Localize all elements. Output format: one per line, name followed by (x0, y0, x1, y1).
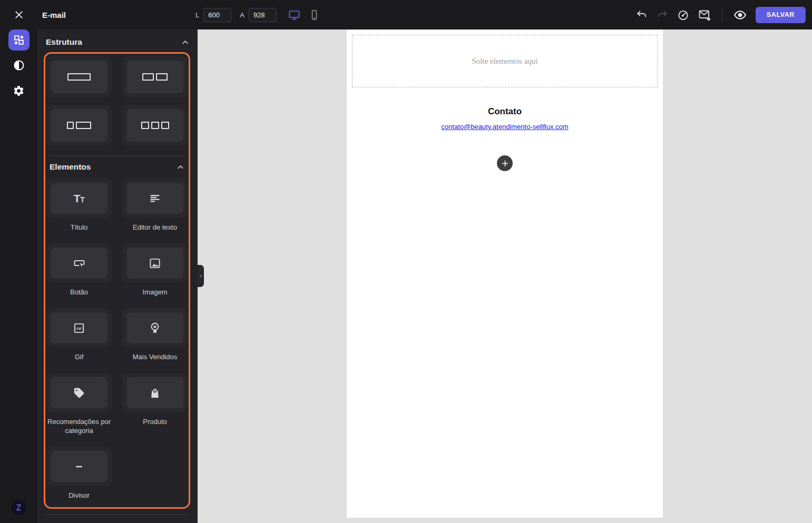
button-icon (72, 256, 86, 270)
email-send-icon (698, 8, 711, 21)
app-logo[interactable] (11, 500, 26, 515)
performance-button[interactable] (677, 9, 689, 21)
two-columns-asymmetric-icon (67, 122, 91, 129)
height-input[interactable] (249, 8, 277, 22)
mobile-view-button[interactable] (309, 9, 320, 21)
undo-button[interactable] (636, 9, 648, 21)
section-divider (50, 155, 184, 156)
gauge-icon (677, 9, 689, 21)
chevron-up-icon[interactable] (181, 38, 189, 46)
height-label: A (240, 11, 244, 19)
collapse-panel-handle[interactable]: ‹ (198, 265, 204, 287)
element-mais-vendidos[interactable]: Mais Vendidos (122, 308, 188, 361)
divider (722, 7, 722, 22)
element-recomendacoes-por-categoria[interactable]: Recomendações por categoria (46, 373, 112, 435)
element-produto[interactable]: Produto (122, 373, 188, 435)
elements-panel: Estrutura Elementos (37, 29, 198, 523)
structure-section-title: Estrutura (46, 37, 82, 47)
contact-email-link[interactable]: contato@beauty.atendimento-sellflux.com (441, 123, 568, 131)
image-icon (148, 256, 162, 270)
element-dropzone[interactable]: Solte elementos aqui (352, 35, 658, 87)
width-input[interactable] (203, 8, 231, 22)
contrast-icon (13, 59, 25, 72)
tag-icon (72, 386, 86, 400)
element-label: Editor de texto (133, 223, 177, 232)
canvas-area: ‹ Solte elementos aqui Contato contato@b… (198, 29, 812, 523)
shopping-bag-icon (148, 386, 162, 400)
mobile-icon (309, 9, 320, 21)
topbar: E-mail L A (0, 0, 812, 29)
panel-bottom-divider (46, 514, 189, 515)
title-icon: TT (74, 193, 84, 204)
structure-two-columns[interactable] (122, 56, 188, 97)
chevron-up-icon[interactable] (177, 163, 184, 171)
elements-section-title: Elementos (50, 162, 91, 172)
email-page: Solte elementos aqui Contato contato@bea… (347, 29, 663, 518)
dropzone-placeholder: Solte elementos aqui (472, 57, 538, 66)
structure-section-header: Estrutura (37, 29, 198, 52)
element-botao[interactable]: Botão (46, 243, 112, 297)
settings-tab-button[interactable] (8, 80, 30, 101)
elements-section-header: Elementos (46, 162, 188, 179)
element-editor-de-texto[interactable]: Editor de texto (122, 179, 188, 232)
best-sellers-award-icon (148, 321, 162, 335)
three-columns-icon (141, 122, 169, 129)
redo-icon (657, 9, 668, 21)
element-label: Título (71, 223, 88, 232)
redo-button[interactable] (657, 9, 668, 21)
preview-button[interactable] (733, 8, 747, 22)
element-label: Imagem (143, 288, 168, 297)
desktop-view-button[interactable] (288, 9, 300, 21)
element-divisor[interactable]: Divisor (46, 447, 112, 500)
element-imagem[interactable]: Imagem (122, 243, 188, 297)
close-button[interactable] (0, 9, 37, 20)
element-label: Recomendações por categoria (46, 417, 112, 435)
desktop-icon (288, 9, 300, 21)
left-rail (0, 29, 37, 523)
width-label: L (195, 11, 199, 19)
save-button[interactable]: SALVAR (756, 7, 806, 23)
plus-icon (501, 160, 509, 167)
element-label: Produto (143, 417, 167, 426)
structure-grid (46, 56, 188, 146)
theme-tab-button[interactable] (8, 55, 30, 76)
svg-text:GIF: GIF (76, 327, 82, 330)
structure-three-columns[interactable] (122, 105, 188, 146)
one-column-icon (67, 73, 91, 81)
page-title: E-mail (42, 11, 66, 19)
eye-icon (733, 8, 747, 22)
gear-icon (13, 85, 25, 97)
structure-two-columns-asymmetric[interactable] (46, 105, 112, 146)
blocks-icon (13, 34, 25, 46)
chevron-left-icon: ‹ (200, 272, 202, 280)
element-label: Mais Vendidos (133, 352, 178, 361)
hourglass-logo-icon (15, 504, 23, 511)
close-icon (14, 9, 24, 20)
topbar-actions: SALVAR (636, 0, 812, 29)
element-label: Divisor (69, 491, 90, 500)
element-gif[interactable]: GIF Gif (46, 308, 112, 361)
blocks-tab-button[interactable] (8, 29, 30, 51)
element-label: Botão (70, 288, 88, 297)
undo-icon (636, 9, 648, 21)
element-titulo[interactable]: TT Título (46, 179, 112, 232)
text-editor-icon (148, 192, 162, 205)
add-element-button[interactable] (497, 155, 513, 171)
send-test-email-button[interactable] (698, 8, 711, 21)
draggable-elements-highlight: Elementos TT Título (44, 52, 190, 509)
dimension-controls: L A (195, 0, 320, 29)
structure-one-column[interactable] (46, 56, 112, 97)
two-columns-icon (142, 73, 168, 81)
email-contact-heading: Contato (347, 106, 663, 117)
divider-icon (72, 460, 86, 473)
elements-grid: TT Título Editor de texto (46, 179, 188, 500)
gif-icon: GIF (72, 321, 86, 335)
element-label: Gif (75, 352, 84, 361)
